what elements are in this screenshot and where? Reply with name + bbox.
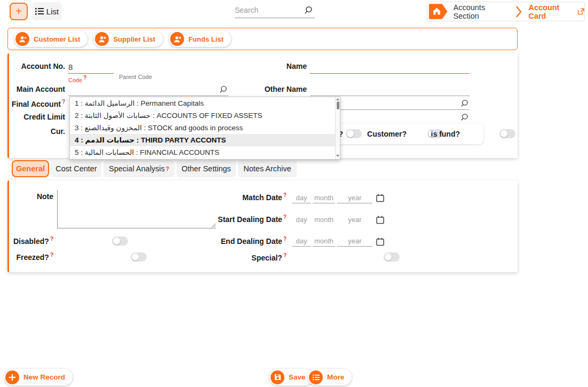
freezed-toggle-label: Freezed?? (0, 252, 53, 262)
customer-icon (15, 32, 29, 46)
list-button[interactable]: List (32, 2, 62, 20)
end-dealing-date-year[interactable] (337, 235, 372, 247)
match-date-calendar-icon[interactable] (376, 194, 384, 202)
list-icon (35, 7, 44, 15)
add-button[interactable]: + (10, 3, 28, 20)
chevron-right-icon (515, 5, 522, 19)
customer-list-label: Customer List (34, 35, 80, 43)
account-no-input[interactable] (68, 61, 114, 74)
tab-cost-center[interactable]: Cost Center (51, 160, 101, 177)
freezed-toggle[interactable] (131, 252, 147, 262)
dropdown-option[interactable]: 2 : حسابات الأصول الثابتة : ACCOUNTS OF … (70, 109, 335, 122)
home-icon[interactable] (428, 3, 448, 20)
note-label: Note (0, 192, 53, 201)
credit-limit-label: Credit Limit (0, 113, 65, 121)
scroll-up-icon[interactable] (336, 98, 339, 100)
funds-list-button[interactable]: Funds List (169, 31, 231, 47)
name-input[interactable] (310, 61, 470, 74)
match-date-year[interactable] (337, 192, 372, 203)
save-button[interactable]: Save (269, 369, 313, 385)
new-record-label: New Record (23, 373, 65, 381)
main-account-search-icon[interactable] (219, 85, 227, 94)
end-date-required-icon: ? (283, 236, 287, 242)
name-label: Name (243, 62, 307, 70)
freezed-required-icon: ? (50, 252, 53, 258)
end-dealing-date-label: End Dealing Date? (203, 236, 287, 246)
save-label: Save (289, 373, 306, 381)
other-name-label: Other Name (243, 85, 307, 93)
note-textarea[interactable] (57, 190, 216, 228)
more-label: More (327, 373, 344, 381)
final-account-label: Final Account? (0, 99, 65, 108)
is-fund-toggle-label: is fund? (417, 130, 460, 138)
dropdown-option[interactable]: 1 : الرساميل الدائمة : Permanent Capital… (70, 97, 335, 109)
match-date-label: Match Date? (203, 192, 287, 202)
tab-required-icon: ? (166, 166, 169, 172)
start-dealing-date-calendar-icon[interactable] (376, 216, 384, 224)
search-field[interactable] (235, 4, 315, 18)
special-toggle-label: Special?? (203, 252, 287, 262)
main-account-dropdown: 1 : الرساميل الدائمة : Permanent Capital… (69, 97, 340, 160)
funds-list-label: Funds List (188, 35, 224, 43)
funds-icon (170, 32, 184, 46)
breadcrumb-current[interactable]: Account Card (528, 3, 575, 20)
is-fund-toggle[interactable] (499, 129, 515, 138)
supplier-icon (95, 32, 109, 46)
new-record-plus-icon (5, 370, 19, 384)
special-toggle[interactable] (384, 252, 400, 262)
more-button[interactable]: More (308, 369, 352, 385)
final-account-required-icon: ? (62, 99, 65, 105)
main-account-input[interactable] (68, 84, 228, 96)
supplier-list-button[interactable]: Supplier List (94, 31, 163, 47)
credit-limit-search-icon[interactable] (460, 113, 468, 122)
dropdown-scrollbar[interactable] (335, 97, 340, 159)
match-date-day[interactable] (292, 192, 311, 203)
more-icon (309, 370, 323, 384)
code-required-icon: ? (83, 75, 86, 81)
dropdown-option[interactable]: 5 : الحسابات المالية : FINANCIAL ACCOUNT… (70, 146, 335, 159)
customer-toggle-label: Customer? (353, 130, 407, 138)
end-dealing-date-month[interactable] (313, 235, 335, 247)
search-icon[interactable] (304, 6, 313, 15)
main-account-label: Main Account (0, 85, 65, 93)
start-date-required-icon: ? (283, 214, 287, 220)
breadcrumb: Accounts Section Account Card (427, 2, 585, 21)
plus-icon: + (15, 5, 22, 18)
scroll-thumb[interactable] (337, 101, 339, 109)
start-dealing-date-year[interactable] (337, 214, 372, 225)
search-input[interactable] (235, 4, 299, 16)
disabled-toggle-label: Disabled?? (0, 236, 53, 246)
tab-notes-archive[interactable]: Notes Archive (238, 160, 297, 177)
external-link-icon[interactable] (578, 8, 584, 15)
match-date-month[interactable] (313, 192, 335, 203)
save-icon (271, 370, 284, 384)
start-dealing-date-month[interactable] (313, 214, 335, 225)
dropdown-option[interactable]: 3 : المخزون وقيدالصنع : STOCK and goods … (70, 122, 335, 134)
list-button-label: List (46, 7, 59, 16)
disabled-toggle[interactable] (112, 236, 128, 246)
supplier-list-label: Supplier List (113, 35, 155, 43)
match-date-required-icon: ? (283, 192, 287, 198)
breadcrumb-section[interactable]: Accounts Section (453, 3, 507, 20)
scroll-down-icon[interactable] (336, 155, 339, 157)
currency-label: Cur. (0, 127, 65, 136)
quick-links-bar: Customer List Supplier List Funds List (7, 28, 518, 50)
tab-special-analysis[interactable]: Special Analysis? (104, 160, 174, 177)
final-account-search-icon[interactable] (460, 99, 468, 108)
other-name-input[interactable] (310, 84, 470, 96)
start-dealing-date-label: Start Dealing Date? (203, 214, 287, 224)
code-hint: Code? (68, 75, 86, 83)
tab-general[interactable]: General (12, 160, 49, 177)
special-required-icon: ? (283, 252, 287, 258)
end-dealing-date-calendar-icon[interactable] (376, 238, 384, 246)
end-dealing-date-day[interactable] (292, 235, 311, 247)
dropdown-option-selected[interactable]: 4 : حسابات الذمم : THIRD PARTY ACCONTS (70, 134, 335, 146)
new-record-button[interactable]: New Record (4, 369, 73, 385)
start-dealing-date-day[interactable] (292, 214, 311, 225)
tab-other-settings[interactable]: Other Settings (177, 160, 236, 177)
account-no-label: Account No. (0, 62, 65, 70)
customer-list-button[interactable]: Customer List (14, 31, 88, 47)
parent-code-hint: Parent Code (119, 74, 152, 80)
disabled-required-icon: ? (50, 236, 53, 242)
